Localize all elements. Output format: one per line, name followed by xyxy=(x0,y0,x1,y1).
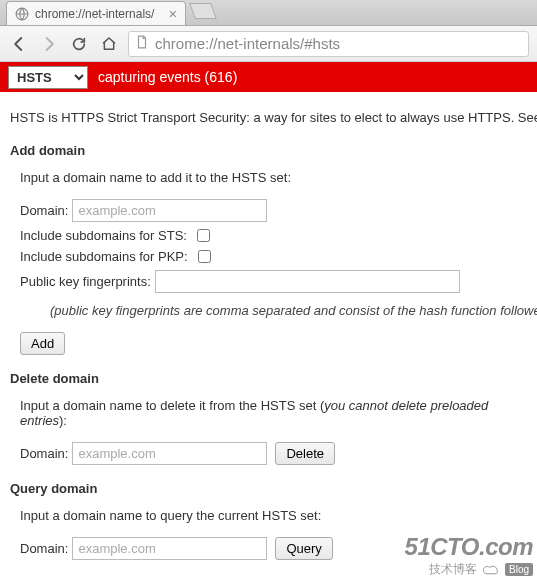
add-button[interactable]: Add xyxy=(20,332,65,355)
fp-label: Public key fingerprints: xyxy=(20,274,151,289)
query-form: Domain: Query xyxy=(20,537,527,560)
url-input[interactable] xyxy=(155,35,522,52)
capturing-label: capturing events (616) xyxy=(98,69,237,85)
sts-checkbox[interactable] xyxy=(197,229,210,242)
capture-bar: HSTS capturing events (616) xyxy=(0,62,537,92)
add-domain-label: Domain: xyxy=(20,203,68,218)
toolbar xyxy=(0,26,537,62)
view-select[interactable]: HSTS xyxy=(8,66,88,89)
content: HSTS is HTTPS Strict Transport Security:… xyxy=(0,92,537,582)
address-bar[interactable] xyxy=(128,31,529,57)
reload-button[interactable] xyxy=(68,33,90,55)
sts-label: Include subdomains for STS: xyxy=(20,228,187,243)
delete-subtext-post: ): xyxy=(59,413,67,428)
add-domain-input[interactable] xyxy=(72,199,267,222)
add-heading: Add domain xyxy=(10,143,527,158)
query-button[interactable]: Query xyxy=(275,537,332,560)
intro-body: HSTS is HTTPS Strict Transport Security:… xyxy=(10,110,537,125)
query-domain-input[interactable] xyxy=(72,537,267,560)
query-heading: Query domain xyxy=(10,481,527,496)
browser-tab[interactable]: chrome://net-internals/ × xyxy=(6,1,186,25)
add-subtext: Input a domain name to add it to the HST… xyxy=(20,170,527,185)
delete-subtext: Input a domain name to delete it from th… xyxy=(20,398,527,428)
new-tab-button[interactable] xyxy=(189,3,217,19)
query-domain-label: Domain: xyxy=(20,541,68,556)
close-icon[interactable]: × xyxy=(169,7,177,21)
tab-bar: chrome://net-internals/ × xyxy=(0,0,537,26)
query-subtext: Input a domain name to query the current… xyxy=(20,508,527,523)
pkp-checkbox[interactable] xyxy=(198,250,211,263)
home-button[interactable] xyxy=(98,33,120,55)
delete-heading: Delete domain xyxy=(10,371,527,386)
add-form: Domain: Include subdomains for STS: Incl… xyxy=(20,199,527,355)
delete-domain-label: Domain: xyxy=(20,446,68,461)
favicon-icon xyxy=(15,7,29,21)
intro-text: HSTS is HTTPS Strict Transport Security:… xyxy=(10,110,527,125)
delete-form: Domain: Delete xyxy=(20,442,527,465)
forward-button[interactable] xyxy=(38,33,60,55)
back-button[interactable] xyxy=(8,33,30,55)
page-icon xyxy=(135,35,149,52)
tab-title: chrome://net-internals/ xyxy=(35,7,154,21)
fp-input[interactable] xyxy=(155,270,460,293)
delete-domain-input[interactable] xyxy=(72,442,267,465)
delete-subtext-pre: Input a domain name to delete it from th… xyxy=(20,398,324,413)
delete-button[interactable]: Delete xyxy=(275,442,335,465)
fp-hint: (public key fingerprints are comma separ… xyxy=(50,303,527,318)
pkp-label: Include subdomains for PKP: xyxy=(20,249,188,264)
